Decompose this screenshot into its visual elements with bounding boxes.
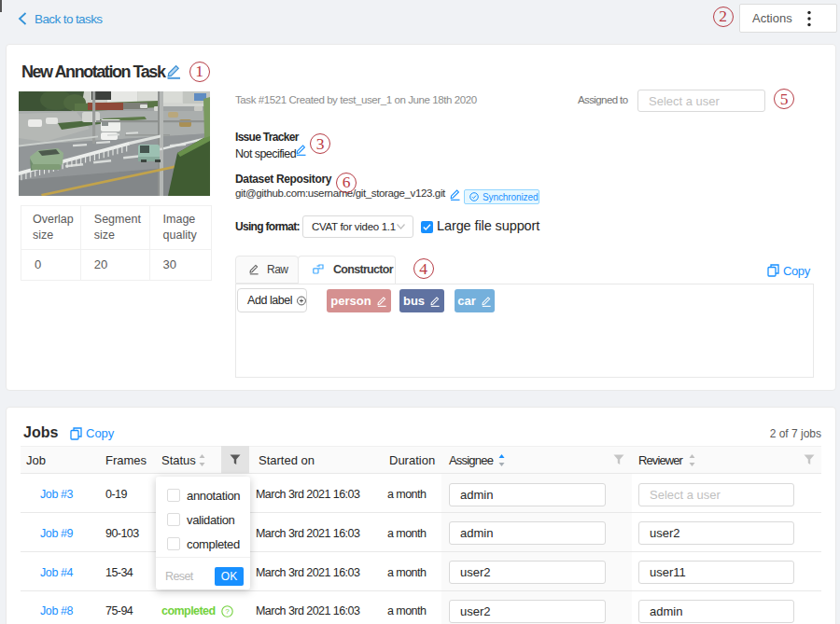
svg-text:?: ? (225, 607, 230, 616)
